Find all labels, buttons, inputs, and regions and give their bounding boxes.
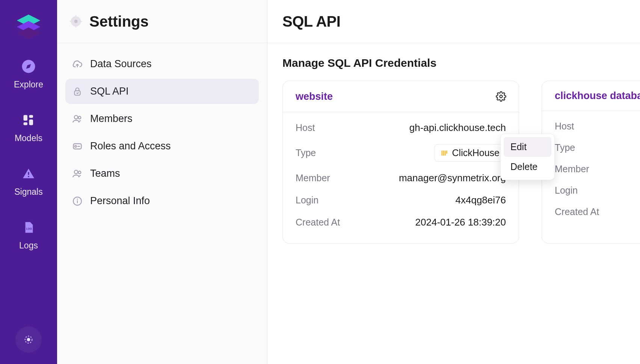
settings-item-roles[interactable]: Roles and Access (65, 134, 259, 159)
svg-rect-5 (24, 115, 28, 121)
row-value: 4x4qg8ei76 (456, 194, 506, 206)
row-label: Created At (555, 206, 599, 217)
row-label: Created At (296, 217, 340, 228)
card-actions-dropdown: Edit Delete (500, 134, 555, 180)
settings-item-personal[interactable]: Personal Info (65, 188, 259, 214)
svg-point-26 (78, 171, 81, 174)
svg-rect-31 (441, 150, 442, 155)
dropdown-item-delete[interactable]: Delete (504, 157, 551, 177)
log-file-icon: LOG (19, 218, 38, 237)
rail-label: Models (15, 133, 42, 143)
row-label: Type (555, 142, 575, 153)
row-label: Member (555, 164, 589, 174)
credential-row-host: Host gh-api.clickhouse.tech (296, 117, 506, 139)
row-label: Login (555, 185, 578, 196)
blocks-icon (19, 111, 38, 129)
svg-marker-2 (17, 27, 40, 39)
row-value: manager@synmetrix.org (399, 172, 506, 184)
credential-row-type: Type ClickHouse (296, 139, 506, 167)
rail-item-logs[interactable]: LOG Logs (7, 213, 50, 256)
svg-point-21 (74, 115, 78, 119)
svg-point-13 (27, 338, 30, 341)
credential-name: website (296, 91, 333, 102)
settings-item-teams[interactable]: Teams (65, 161, 259, 186)
credential-row-member: Member (555, 158, 640, 180)
rail-label: Signals (14, 187, 42, 197)
row-label: Host (296, 122, 315, 133)
compass-icon (19, 57, 38, 76)
svg-rect-17 (75, 26, 77, 28)
settings-title: Settings (89, 13, 149, 30)
settings-sidebar: Settings Data Sources SQL API Members (57, 0, 267, 364)
svg-rect-33 (445, 150, 446, 155)
settings-menu: Data Sources SQL API Members Roles and A… (57, 43, 267, 222)
svg-rect-7 (24, 122, 28, 125)
svg-rect-8 (29, 120, 33, 125)
row-label: Host (555, 121, 574, 132)
cloud-upload-icon (72, 59, 83, 69)
chip-text: ClickHouse (452, 147, 500, 158)
rail-item-signals[interactable]: Signals (7, 159, 50, 202)
credential-row-login: Login (555, 180, 640, 201)
nav-rail: Explore Models Signals (0, 0, 57, 364)
svg-rect-10 (28, 176, 29, 177)
credential-row-host: Host (555, 116, 640, 137)
team-icon (72, 168, 83, 179)
settings-item-label: Data Sources (90, 58, 152, 70)
credential-card: website Host gh-api.clickhouse.tech (282, 81, 519, 244)
section-subtitle: Manage SQL API Credentials (282, 57, 625, 69)
type-chip: ClickHouse (435, 144, 506, 162)
credential-row-created-at: Created At (555, 201, 640, 223)
alert-icon (19, 164, 38, 183)
lock-check-icon (72, 86, 83, 97)
row-label: Member (296, 173, 330, 184)
row-value: 2024-01-26 18:39:20 (415, 217, 506, 228)
rail-settings-button[interactable] (15, 326, 42, 353)
gear-icon (69, 15, 83, 28)
settings-item-sql-api[interactable]: SQL API (65, 79, 259, 104)
svg-point-22 (78, 116, 81, 119)
clickhouse-icon (441, 149, 448, 157)
svg-rect-32 (443, 150, 444, 155)
users-icon (72, 114, 83, 124)
credential-row-type: Type (555, 137, 640, 158)
main-content: SQL API Manage SQL API Credentials websi… (267, 0, 640, 364)
settings-item-data-sources[interactable]: Data Sources (65, 51, 259, 77)
settings-header: Settings (57, 0, 267, 43)
gear-icon (23, 334, 34, 345)
app-logo[interactable] (14, 11, 44, 41)
settings-item-members[interactable]: Members (65, 106, 259, 131)
svg-rect-18 (70, 21, 72, 22)
rail-item-explore[interactable]: Explore (7, 52, 50, 95)
settings-item-label: Personal Info (90, 195, 150, 207)
dropdown-item-edit[interactable]: Edit (504, 137, 551, 157)
svg-rect-34 (446, 150, 447, 153)
svg-rect-19 (80, 21, 82, 22)
settings-item-label: Roles and Access (90, 140, 171, 152)
svg-text:LOG: LOG (26, 227, 32, 230)
row-label: Login (296, 195, 318, 206)
svg-rect-6 (29, 115, 33, 118)
svg-rect-20 (74, 90, 80, 95)
credential-row-created-at: Created At 2024-01-26 18:39:20 (296, 211, 506, 233)
credential-card: clickhouse database Host Type Member (542, 81, 640, 244)
main-header: SQL API (267, 0, 640, 43)
row-label: Type (296, 147, 316, 158)
rail-label: Logs (19, 241, 38, 251)
svg-point-15 (74, 20, 78, 23)
svg-point-25 (74, 170, 78, 173)
card-settings-button[interactable] (495, 90, 507, 103)
settings-item-label: Teams (90, 168, 120, 179)
rail-label: Explore (14, 80, 43, 90)
settings-item-label: SQL API (90, 86, 129, 97)
credential-row-login: Login 4x4qg8ei76 (296, 189, 506, 211)
svg-rect-16 (75, 15, 77, 18)
credential-name: clickhouse database (555, 90, 640, 102)
key-card-icon (72, 141, 83, 152)
svg-point-24 (75, 145, 77, 147)
credential-row-member: Member manager@synmetrix.org (296, 167, 506, 189)
svg-point-29 (77, 199, 77, 199)
rail-item-models[interactable]: Models (7, 105, 50, 149)
settings-item-label: Members (90, 113, 133, 125)
row-value: gh-api.clickhouse.tech (409, 122, 506, 134)
